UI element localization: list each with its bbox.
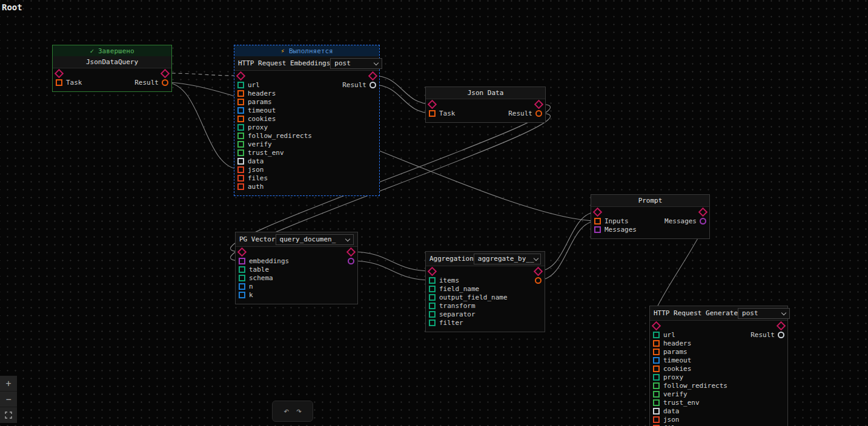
node-http-embeddings[interactable]: ⚡ВыполняетсяHTTP Request Embeddingspostu…	[234, 45, 380, 196]
node-header: HTTP Request Embeddingspost	[234, 56, 379, 71]
output-port-result[interactable]	[348, 258, 354, 264]
input-port-separator[interactable]	[429, 311, 436, 318]
port-row: json	[234, 165, 379, 174]
port-row: proxy	[650, 373, 787, 381]
input-port-proxy[interactable]	[653, 374, 660, 381]
input-port-filter[interactable]	[429, 320, 436, 326]
input-port-Inputs[interactable]	[594, 218, 601, 224]
node-title: Aggregation	[429, 255, 474, 263]
node-http-generate[interactable]: HTTP Request GenerateposturlResultheader…	[649, 306, 788, 426]
input-port-k[interactable]	[239, 292, 245, 298]
input-label: transform	[439, 302, 475, 310]
input-port-headers[interactable]	[237, 90, 244, 97]
lightning-icon: ⚡	[280, 47, 285, 55]
node-prompt[interactable]: PromptInputsMessagesMessages	[591, 194, 710, 239]
method-select[interactable]: aggregate_by__	[474, 254, 541, 264]
port-row: timeout	[650, 356, 787, 364]
input-port-table[interactable]	[239, 266, 245, 273]
node-title: HTTP Request Embeddings	[238, 59, 330, 67]
input-port-auth[interactable]	[237, 183, 244, 190]
input-port-schema[interactable]	[239, 275, 245, 281]
method-select[interactable]: post	[738, 308, 790, 319]
input-label: url	[663, 331, 675, 339]
input-port-transform[interactable]	[429, 303, 436, 309]
node-json-data[interactable]: Json DataTaskResult	[425, 87, 546, 123]
output-port-Result[interactable]	[535, 110, 542, 117]
exec-in-port[interactable]	[428, 99, 437, 109]
input-port-headers[interactable]	[653, 340, 660, 347]
node-json-data-query[interactable]: ✓ЗавершеноJsonDataQueryTaskResult	[52, 45, 172, 92]
output-port-Result[interactable]	[369, 82, 376, 88]
port-row: follow_redirects	[234, 131, 379, 140]
input-port-data[interactable]	[653, 408, 660, 415]
input-port-Task[interactable]	[429, 110, 436, 117]
input-port-timeout[interactable]	[237, 107, 244, 114]
exec-out-group	[348, 247, 354, 257]
input-port-output_field_name[interactable]	[429, 294, 436, 301]
exec-in-port[interactable]	[652, 321, 661, 330]
exec-out-port[interactable]	[698, 207, 708, 217]
output-port-Result[interactable]	[778, 332, 784, 338]
output-port-Messages[interactable]	[700, 218, 706, 224]
input-label: json	[248, 166, 264, 174]
method-select[interactable]: post	[330, 58, 382, 69]
node-aggregation[interactable]: Aggregationaggregate_by__itemsfield_name…	[425, 251, 545, 332]
input-port-data[interactable]	[237, 158, 244, 165]
input-port-field_name[interactable]	[429, 286, 436, 292]
method-select[interactable]: query_documen_	[276, 234, 354, 245]
node-pg-vector[interactable]: PG Vectorquery_documen_embeddingstablesc…	[235, 232, 358, 304]
input-port-verify[interactable]	[237, 141, 244, 148]
undo-button[interactable]: ↶	[283, 407, 289, 416]
input-port-follow_redirects[interactable]	[653, 382, 660, 389]
input-port-proxy[interactable]	[237, 124, 244, 131]
output-port-result[interactable]	[535, 277, 542, 284]
fit-view-button[interactable]	[0, 407, 17, 423]
input-port-trust_env[interactable]	[237, 149, 244, 156]
minus-icon: −	[5, 394, 11, 405]
input-label: follow_redirects	[663, 382, 727, 390]
input-port-items[interactable]	[429, 277, 436, 284]
zoom-out-button[interactable]: −	[0, 392, 17, 407]
exec-out-port[interactable]	[534, 99, 544, 109]
redo-button[interactable]: ↷	[296, 407, 302, 416]
exec-in-port[interactable]	[428, 266, 437, 276]
input-port-params[interactable]	[237, 99, 244, 105]
exec-out-port[interactable]	[161, 68, 170, 78]
input-port-trust_env[interactable]	[653, 399, 660, 406]
input-port-url[interactable]	[653, 332, 660, 338]
exec-out-port[interactable]	[368, 71, 378, 80]
input-port-params[interactable]	[653, 349, 660, 355]
input-port-Task[interactable]	[56, 79, 62, 86]
chevron-down-icon	[345, 236, 350, 241]
input-port-files[interactable]	[237, 175, 244, 182]
exec-in-port[interactable]	[55, 68, 64, 78]
exec-in-port[interactable]	[593, 207, 603, 217]
input-label: trust_env	[663, 399, 700, 407]
input-port-Messages[interactable]	[594, 226, 601, 233]
input-port-embeddings[interactable]	[239, 258, 245, 264]
exec-out-group	[369, 71, 376, 80]
input-port-json[interactable]	[237, 166, 244, 173]
status-label: Завершено	[98, 47, 134, 55]
input-port-follow_redirects[interactable]	[237, 133, 244, 139]
exec-row	[426, 266, 545, 276]
exec-out-port[interactable]	[777, 321, 786, 330]
port-row: proxy	[234, 123, 379, 131]
input-port-cookies[interactable]	[237, 116, 244, 122]
zoom-in-button[interactable]: +	[0, 376, 17, 392]
input-port-url[interactable]	[237, 82, 244, 88]
output-label: Result	[750, 331, 775, 339]
exec-out-port[interactable]	[534, 266, 543, 276]
input-port-json[interactable]	[653, 416, 660, 423]
flow-canvas[interactable]: Root ✓ЗавершеноJsonDataQueryTaskResult⚡В…	[0, 0, 868, 426]
output-group	[348, 257, 354, 265]
input-port-n[interactable]	[239, 283, 245, 290]
output-port-Result[interactable]	[162, 79, 168, 86]
exec-out-port[interactable]	[346, 247, 356, 257]
input-port-verify[interactable]	[653, 391, 660, 398]
input-port-timeout[interactable]	[653, 357, 660, 364]
exec-in-port[interactable]	[237, 247, 247, 257]
exec-in-port[interactable]	[236, 71, 246, 80]
node-body: embeddingstableschemank	[236, 247, 357, 304]
input-port-cookies[interactable]	[653, 365, 660, 372]
